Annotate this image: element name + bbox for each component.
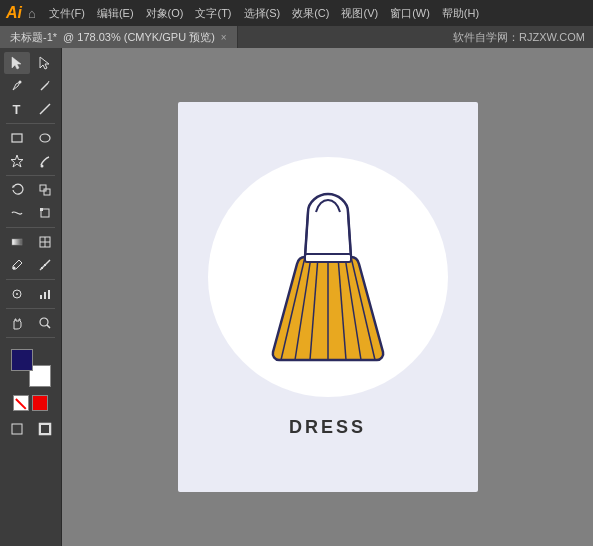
tool-row-warp [2, 202, 59, 224]
tool-row-hand [2, 312, 59, 334]
line-tool[interactable] [32, 98, 58, 120]
scale-tool[interactable] [32, 179, 58, 201]
svg-point-19 [12, 267, 15, 270]
tab-right-info: 软件自学网：RJZXW.COM [453, 26, 593, 48]
svg-point-9 [40, 165, 43, 168]
svg-rect-14 [40, 208, 43, 211]
view-mode-tools [2, 418, 59, 440]
dress-illustration [253, 182, 403, 372]
svg-line-29 [47, 325, 50, 328]
change-mode-button[interactable] [32, 418, 58, 440]
paintbrush-tool[interactable] [32, 150, 58, 172]
separator-3 [6, 227, 55, 228]
menu-bar: 文件(F) 编辑(E) 对象(O) 文字(T) 选择(S) 效果(C) 视图(V… [44, 4, 484, 23]
svg-point-24 [16, 293, 18, 295]
gradient-tool[interactable] [4, 231, 30, 253]
rotate-tool[interactable] [4, 179, 30, 201]
tool-row-text: T [2, 98, 59, 120]
tool-row-pen [2, 75, 59, 97]
pencil-tool[interactable] [32, 75, 58, 97]
home-icon[interactable]: ⌂ [28, 6, 36, 21]
artboard: DRESS [178, 102, 478, 492]
zoom-tool[interactable] [32, 312, 58, 334]
tab-label: 未标题-1* [10, 30, 57, 45]
hand-tool[interactable] [4, 312, 30, 334]
menu-window[interactable]: 窗口(W) [385, 4, 435, 23]
toolbar: T [0, 48, 62, 546]
tab-bar: 未标题-1* @ 178.03% (CMYK/GPU 预览) × 软件自学网：R… [0, 26, 593, 48]
measure-tool[interactable] [32, 254, 58, 276]
svg-rect-26 [44, 292, 46, 299]
tab-close-button[interactable]: × [221, 32, 227, 43]
tool-row-slice [2, 283, 59, 305]
menu-text[interactable]: 文字(T) [190, 4, 236, 23]
svg-line-3 [41, 83, 48, 90]
tool-row-view [2, 418, 59, 440]
mesh-tool[interactable] [32, 231, 58, 253]
symbol-tool[interactable] [4, 283, 30, 305]
chart-tool[interactable] [32, 283, 58, 305]
none-swatch[interactable] [13, 395, 29, 411]
app-logo: Ai [6, 4, 22, 22]
foreground-background-swatches[interactable] [11, 349, 51, 387]
svg-rect-12 [44, 189, 50, 195]
tool-row-eyedropper [2, 254, 59, 276]
menu-select[interactable]: 选择(S) [239, 4, 286, 23]
menu-object[interactable]: 对象(O) [141, 4, 189, 23]
tool-row-selection [2, 52, 59, 74]
separator-5 [6, 308, 55, 309]
ellipse-tool[interactable] [32, 127, 58, 149]
title-bar: Ai ⌂ 文件(F) 编辑(E) 对象(O) 文字(T) 选择(S) 效果(C)… [0, 0, 593, 26]
svg-line-5 [40, 104, 50, 114]
warp-tool[interactable] [4, 202, 30, 224]
svg-point-7 [40, 134, 50, 142]
dress-label: DRESS [289, 417, 366, 438]
menu-effect[interactable]: 效果(C) [287, 4, 334, 23]
svg-rect-15 [12, 239, 22, 245]
pen-tool[interactable] [4, 75, 30, 97]
svg-point-2 [18, 81, 21, 84]
document-tab[interactable]: 未标题-1* @ 178.03% (CMYK/GPU 预览) × [0, 26, 238, 48]
star-tool[interactable] [4, 150, 30, 172]
color-swatches [2, 345, 59, 411]
canvas-area: DRESS [62, 48, 593, 546]
separator-1 [6, 123, 55, 124]
tool-row-misc [2, 150, 59, 172]
svg-marker-1 [40, 57, 49, 69]
color-swatch-red[interactable] [32, 395, 48, 411]
selection-tool[interactable] [4, 52, 30, 74]
foreground-color-swatch[interactable] [11, 349, 33, 371]
screen-mode-button[interactable] [4, 418, 30, 440]
svg-line-4 [48, 81, 49, 83]
tool-row-shape [2, 127, 59, 149]
free-transform-tool[interactable] [32, 202, 58, 224]
svg-point-28 [40, 318, 48, 326]
svg-rect-40 [305, 254, 351, 262]
menu-file[interactable]: 文件(F) [44, 4, 90, 23]
website-label: 软件自学网：RJZXW.COM [453, 30, 585, 45]
svg-marker-8 [11, 155, 23, 167]
svg-rect-25 [40, 295, 42, 299]
svg-rect-11 [40, 185, 46, 191]
menu-view[interactable]: 视图(V) [336, 4, 383, 23]
svg-rect-32 [41, 425, 49, 433]
tool-row-gradient [2, 231, 59, 253]
rectangle-tool[interactable] [4, 127, 30, 149]
main-layout: T [0, 48, 593, 546]
separator-2 [6, 175, 55, 176]
tool-row-rotate [2, 179, 59, 201]
swatch-controls [13, 395, 48, 411]
text-tool[interactable]: T [4, 98, 30, 120]
eyedropper-tool[interactable] [4, 254, 30, 276]
menu-edit[interactable]: 编辑(E) [92, 4, 139, 23]
svg-marker-0 [12, 57, 21, 69]
separator-4 [6, 279, 55, 280]
svg-rect-6 [12, 134, 22, 142]
svg-rect-30 [12, 424, 22, 434]
circle-background [208, 157, 448, 397]
separator-6 [6, 337, 55, 338]
tab-zoom-info: @ 178.03% (CMYK/GPU 预览) [63, 30, 215, 45]
direct-selection-tool[interactable] [32, 52, 58, 74]
svg-rect-27 [48, 290, 50, 299]
menu-help[interactable]: 帮助(H) [437, 4, 484, 23]
